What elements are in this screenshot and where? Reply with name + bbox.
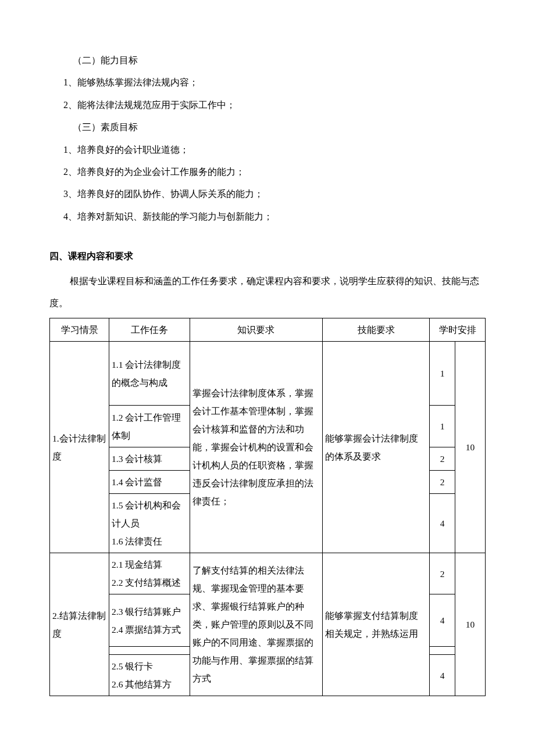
quality-goal-heading: （三）素质目标 bbox=[49, 116, 486, 138]
ability-goal-item-2: 2、能将法律法规规范应用于实际工作中； bbox=[49, 94, 486, 116]
quality-goal-item-2: 2、培养良好的为企业会计工作服务的能力； bbox=[49, 161, 486, 183]
task-1-1: 1.1 会计法律制度的概念与构成 bbox=[109, 342, 190, 406]
hours-2-1: 2 bbox=[430, 553, 455, 594]
total-1: 10 bbox=[455, 342, 485, 553]
table-row: 2.结算法律制度 2.1 现金结算 2.2 支付结算概述 了解支付结算的相关法律… bbox=[50, 553, 486, 594]
hours-1-5: 4 bbox=[430, 494, 455, 553]
hours-2-4: 4 bbox=[430, 655, 455, 696]
hours-2-2: 4 bbox=[430, 594, 455, 647]
hours-1-3: 2 bbox=[430, 447, 455, 471]
hours-2-3-blank bbox=[430, 647, 455, 655]
skill-2: 能够掌握支付结算制度相关规定，并熟练运用 bbox=[322, 553, 430, 696]
situation-2: 2.结算法律制度 bbox=[50, 553, 109, 696]
task-2-2: 2.3 银行结算账户 2.4 票据结算方式 bbox=[109, 594, 190, 647]
ability-goal-item-1: 1、能够熟练掌握法律法规内容； bbox=[49, 71, 486, 94]
table-row: 1.会计法律制度 1.1 会计法律制度的概念与构成 掌握会计法律制度体系，掌握会… bbox=[50, 342, 486, 406]
course-content-table: 学习情景 工作任务 知识要求 技能要求 学时安排 1.会计法律制度 1.1 会计… bbox=[49, 318, 486, 696]
task-2-3-blank bbox=[109, 647, 190, 655]
hours-1-2: 1 bbox=[430, 406, 455, 447]
th-task: 工作任务 bbox=[109, 318, 190, 342]
th-skill: 技能要求 bbox=[322, 318, 430, 342]
knowledge-1: 掌握会计法律制度体系，掌握会计工作基本管理体制，掌握会计核算和监督的方法和功能，… bbox=[190, 342, 322, 553]
task-2-4: 2.5 银行卡 2.6 其他结算方 bbox=[109, 655, 190, 696]
section-4-intro: 根据专业课程目标和涵盖的工作任务要求，确定课程内容和要求，说明学生应获得的知识、… bbox=[49, 270, 486, 315]
ability-goal-heading: （二）能力目标 bbox=[49, 49, 486, 71]
th-hours: 学时安排 bbox=[430, 318, 486, 342]
quality-goal-item-4: 4、培养对新知识、新技能的学习能力与创新能力； bbox=[49, 206, 486, 228]
situation-1: 1.会计法律制度 bbox=[50, 342, 109, 553]
task-2-1: 2.1 现金结算 2.2 支付结算概述 bbox=[109, 553, 190, 594]
table-header-row: 学习情景 工作任务 知识要求 技能要求 学时安排 bbox=[50, 318, 486, 342]
hours-1-1: 1 bbox=[430, 342, 455, 406]
task-1-4: 1.4 会计监督 bbox=[109, 471, 190, 494]
skill-1: 能够掌握会计法律制度的体系及要求 bbox=[322, 342, 430, 553]
section-4-title: 四、课程内容和要求 bbox=[49, 245, 486, 267]
task-1-3: 1.3 会计核算 bbox=[109, 447, 190, 471]
task-1-5: 1.5 会计机构和会计人员 1.6 法律责任 bbox=[109, 494, 190, 553]
quality-goal-item-3: 3、培养良好的团队协作、协调人际关系的能力； bbox=[49, 183, 486, 205]
quality-goal-item-1: 1、培养良好的会计职业道德； bbox=[49, 139, 486, 161]
total-2: 10 bbox=[455, 553, 485, 696]
th-knowledge: 知识要求 bbox=[190, 318, 322, 342]
hours-1-4: 2 bbox=[430, 471, 455, 494]
task-1-2: 1.2 会计工作管理体制 bbox=[109, 406, 190, 447]
knowledge-2: 了解支付结算的相关法律法规、掌握现金管理的基本要求、掌握银行结算账户的种类，账户… bbox=[190, 553, 322, 696]
th-situation: 学习情景 bbox=[50, 318, 109, 342]
